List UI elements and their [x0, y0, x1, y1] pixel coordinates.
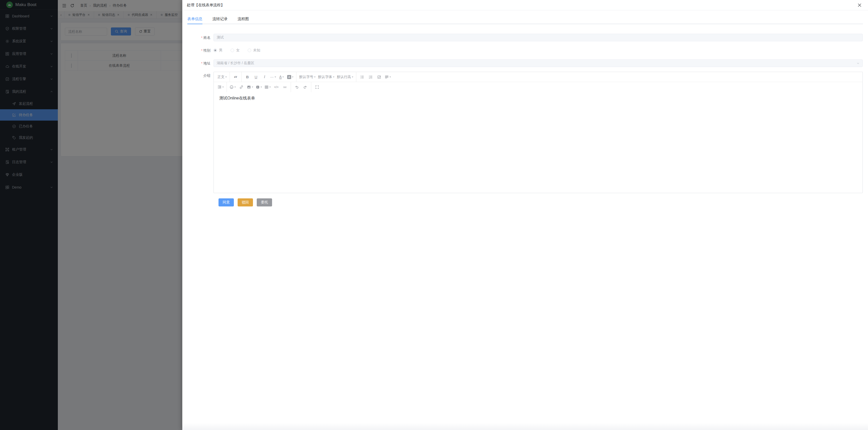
link-icon[interactable] [237, 83, 246, 91]
bg-color-dropdown[interactable]: A [286, 73, 295, 81]
code-block-icon[interactable]: </> [272, 83, 281, 91]
fullscreen-icon[interactable] [313, 83, 321, 91]
image-dropdown[interactable] [246, 83, 254, 91]
address-value: 湖南省 / 长沙市 / 岳麓区 [217, 61, 254, 65]
gender-radio-group: 男 女 未知 [214, 47, 434, 54]
more-styles-dropdown[interactable]: ⋯ [269, 73, 277, 81]
approve-button[interactable]: 同意 [218, 198, 234, 206]
name-field-row: 姓名 [187, 34, 434, 41]
editor-toolbar-row-2: </> [214, 82, 434, 92]
radio-male[interactable]: 男 [214, 48, 222, 53]
caret-down-icon [390, 77, 391, 78]
font-color-dropdown[interactable]: A [277, 73, 286, 81]
editor-content[interactable]: 测试Online在线表单 [214, 92, 434, 193]
radio-female[interactable]: 女 [230, 48, 240, 53]
radio-label: 女 [236, 48, 240, 53]
gender-label: 性别 [187, 47, 214, 54]
reject-button[interactable]: 驳回 [238, 198, 253, 206]
paragraph-style-label: 正文 [217, 75, 224, 79]
address-label: 地址 [187, 59, 214, 67]
editor-toolbar-row-1: 正文 “ B U I ⋯ A A [214, 72, 434, 82]
bold-icon[interactable]: B [243, 73, 252, 81]
caret-down-icon [314, 77, 316, 78]
address-cascader[interactable]: 湖南省 / 长沙市 / 岳麓区 [214, 59, 434, 67]
tab-flow-diagram[interactable]: 流程图 [238, 14, 249, 24]
drawer-actions: 同意 驳回 委托 [218, 198, 434, 206]
intro-label: 介绍 [187, 72, 214, 193]
redo-icon[interactable] [301, 83, 310, 91]
align-dropdown[interactable] [383, 73, 392, 81]
intro-field-row: 介绍 正文 “ B [187, 72, 434, 193]
caret-down-icon [252, 87, 253, 88]
delegate-button[interactable]: 委托 [257, 198, 272, 206]
table-dropdown[interactable] [263, 83, 272, 91]
tab-flow-records[interactable]: 流转记录 [213, 14, 227, 24]
font-family-dropdown[interactable]: 默认字体 [317, 73, 336, 81]
caret-down-icon [260, 87, 262, 88]
rich-text-editor: 正文 “ B U I ⋯ A A [214, 72, 434, 193]
radio-label: 未知 [253, 48, 260, 53]
indent-dropdown[interactable] [216, 83, 225, 91]
radio-dot [230, 49, 234, 52]
underline-icon[interactable]: U [252, 73, 260, 81]
video-dropdown[interactable] [254, 83, 263, 91]
radio-dot [248, 49, 251, 52]
divider-icon[interactable] [281, 83, 289, 91]
name-input[interactable] [214, 34, 434, 41]
radio-dot [214, 49, 217, 52]
caret-down-icon [275, 77, 276, 78]
drawer-header: 处理【在线表单流程】 [182, 0, 434, 10]
drawer-tabs: 表单信息 流转记录 流程图 [187, 14, 434, 24]
caret-down-icon [225, 77, 227, 78]
drawer-form: 姓名 性别 男 女 未知 [182, 34, 434, 206]
italic-icon[interactable]: I [260, 73, 269, 81]
caret-down-icon [282, 77, 284, 78]
undo-icon[interactable] [292, 83, 301, 91]
line-height-dropdown[interactable]: 默认行高 [336, 73, 354, 81]
address-field-row: 地址 湖南省 / 长沙市 / 岳麓区 [187, 59, 434, 67]
emoji-dropdown[interactable] [228, 83, 237, 91]
caret-down-icon [222, 87, 224, 88]
caret-down-icon [234, 87, 236, 88]
process-drawer: 处理【在线表单流程】 表单信息 流转记录 流程图 姓名 性别 男 女 [182, 0, 434, 215]
radio-unknown[interactable]: 未知 [248, 48, 260, 53]
caret-down-icon [333, 77, 334, 78]
radio-label: 男 [219, 48, 222, 53]
name-label: 姓名 [187, 34, 214, 41]
gender-field-row: 性别 男 女 未知 [187, 47, 434, 54]
font-size-dropdown[interactable]: 默认字号 [298, 73, 317, 81]
task-list-icon[interactable] [375, 73, 383, 81]
drawer-title: 处理【在线表单流程】 [187, 3, 224, 7]
tab-form-info[interactable]: 表单信息 [187, 14, 203, 24]
ordered-list-icon[interactable] [366, 73, 375, 81]
blockquote-icon[interactable]: “ [231, 73, 240, 81]
caret-down-icon [352, 77, 353, 78]
caret-down-icon [292, 77, 293, 78]
intro-text: 测试Online在线表单 [219, 96, 255, 100]
bullet-list-icon[interactable] [358, 73, 366, 81]
paragraph-style-dropdown[interactable]: 正文 [216, 73, 228, 81]
caret-down-icon [269, 87, 271, 88]
